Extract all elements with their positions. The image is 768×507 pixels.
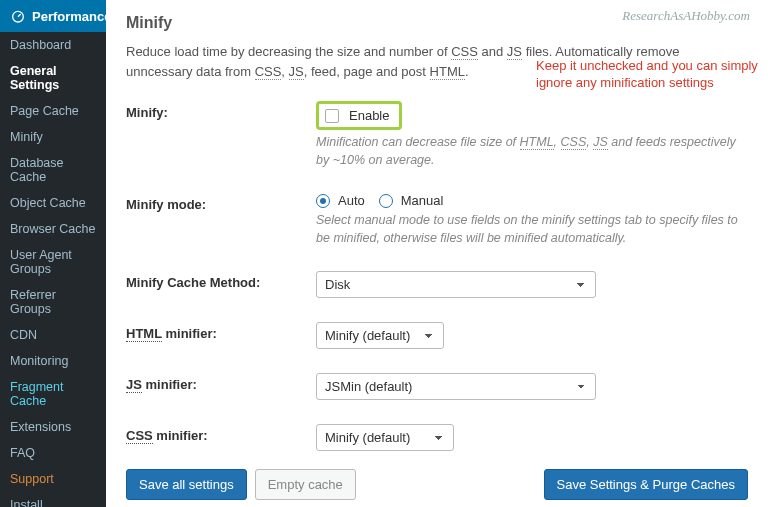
save-all-button[interactable]: Save all settings: [126, 469, 247, 500]
enable-checkbox[interactable]: [325, 109, 339, 123]
sidebar-item-fragment-cache[interactable]: Fragment Cache: [0, 374, 106, 414]
row-cache-method: Minify Cache Method: Disk: [126, 271, 748, 298]
sidebar-item-general-settings[interactable]: General Settings: [0, 58, 106, 98]
sidebar-item-dashboard[interactable]: Dashboard: [0, 32, 106, 58]
row-minify: Minify: Enable Minification can decrease…: [126, 101, 748, 169]
css-minifier-label: CSS minifier:: [126, 424, 316, 443]
enable-label: Enable: [347, 108, 389, 123]
sidebar-item-extensions[interactable]: Extensions: [0, 414, 106, 440]
row-html-minifier: HTML minifier: Minify (default): [126, 322, 748, 349]
sidebar-header[interactable]: Performance ◄: [0, 0, 106, 32]
sidebar-item-cdn[interactable]: CDN: [0, 322, 106, 348]
html-minifier-label: HTML minifier:: [126, 322, 316, 341]
cache-method-label: Minify Cache Method:: [126, 271, 316, 290]
minify-mode-desc: Select manual mode to use fields on the …: [316, 212, 746, 247]
sidebar-item-database-cache[interactable]: Database Cache: [0, 150, 106, 190]
empty-cache-button[interactable]: Empty cache: [255, 469, 356, 500]
minify-desc: Minification can decrease file size of H…: [316, 134, 746, 169]
row-minify-mode: Minify mode: Auto Manual Select manual m…: [126, 193, 748, 247]
radio-manual[interactable]: [379, 194, 393, 208]
html-minifier-select[interactable]: Minify (default): [316, 322, 444, 349]
sidebar-items: Dashboard General Settings Page Cache Mi…: [0, 32, 106, 507]
sidebar-item-support[interactable]: Support: [0, 466, 106, 492]
radio-auto[interactable]: [316, 194, 330, 208]
cache-method-select[interactable]: Disk: [316, 271, 596, 298]
sidebar-item-referrer-groups[interactable]: Referrer Groups: [0, 282, 106, 322]
minify-mode-label: Minify mode:: [126, 193, 316, 212]
sidebar-item-monitoring[interactable]: Monitoring: [0, 348, 106, 374]
js-minifier-label: JS minifier:: [126, 373, 316, 392]
sidebar-header-label: Performance: [32, 9, 111, 24]
sidebar-item-install[interactable]: Install: [0, 492, 106, 507]
css-minifier-select[interactable]: Minify (default): [316, 424, 454, 451]
performance-icon: [10, 8, 26, 24]
button-row: Save all settings Empty cache Save Setti…: [126, 469, 748, 500]
minify-label: Minify:: [126, 101, 316, 120]
row-css-minifier: CSS minifier: Minify (default): [126, 424, 748, 451]
radio-manual-label: Manual: [401, 193, 444, 208]
watermark: ResearchAsAHobby.com: [622, 8, 750, 24]
sidebar: Performance ◄ Dashboard General Settings…: [0, 0, 106, 507]
sidebar-item-minify[interactable]: Minify: [0, 124, 106, 150]
sidebar-item-faq[interactable]: FAQ: [0, 440, 106, 466]
sidebar-item-object-cache[interactable]: Object Cache: [0, 190, 106, 216]
main-content: ResearchAsAHobby.com Minify Reduce load …: [106, 0, 768, 507]
sidebar-item-browser-cache[interactable]: Browser Cache: [0, 216, 106, 242]
save-purge-button[interactable]: Save Settings & Purge Caches: [544, 469, 749, 500]
js-minifier-select[interactable]: JSMin (default): [316, 373, 596, 400]
sidebar-item-user-agent-groups[interactable]: User Agent Groups: [0, 242, 106, 282]
sidebar-item-page-cache[interactable]: Page Cache: [0, 98, 106, 124]
annotation-note: Keep it unchecked and you can simply ign…: [536, 58, 768, 92]
enable-highlight: Enable: [316, 101, 402, 130]
row-js-minifier: JS minifier: JSMin (default): [126, 373, 748, 400]
radio-auto-label: Auto: [338, 193, 365, 208]
